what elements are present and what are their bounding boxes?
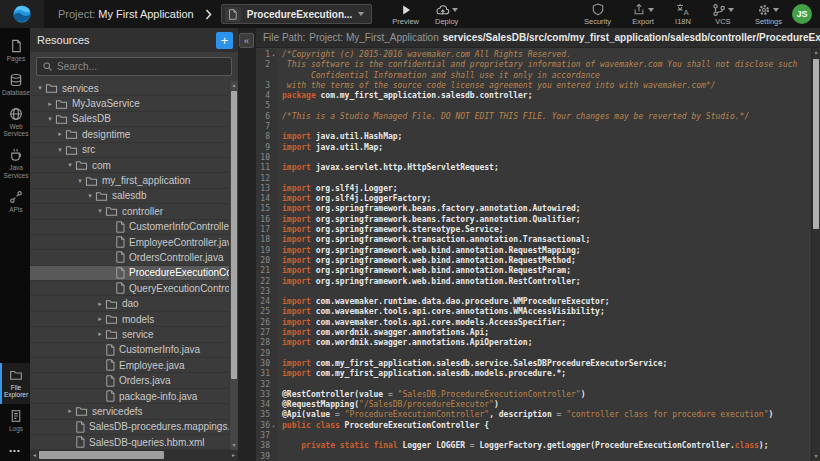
code-line-35[interactable]: 35@Api(value = "ProcedureExecutionContro… bbox=[256, 410, 811, 420]
tree-item-services[interactable]: ▾services bbox=[30, 81, 238, 96]
tree-chevron-icon[interactable]: ▾ bbox=[55, 146, 65, 154]
open-file-dropdown[interactable]: ProcedureExecution... bbox=[221, 4, 373, 24]
preview-button[interactable]: Preview bbox=[388, 2, 423, 26]
code-line-37[interactable]: 37 bbox=[256, 431, 811, 441]
code-line-22[interactable]: 22import org.springframework.web.bind.an… bbox=[256, 277, 811, 287]
code-line-32[interactable]: 32 bbox=[256, 380, 811, 390]
tree-item-controller[interactable]: ▾controller bbox=[30, 204, 238, 219]
i18n-button[interactable]: AI18N bbox=[671, 2, 695, 26]
tree-item-myjavaservice[interactable]: ▸MyJavaService bbox=[30, 96, 238, 111]
tree-chevron-icon[interactable]: ▾ bbox=[95, 207, 105, 215]
code-line-7[interactable]: 7 bbox=[256, 122, 811, 132]
fold-arrow-icon[interactable]: ▾ bbox=[270, 50, 277, 60]
tree-chevron-icon[interactable]: ▸ bbox=[95, 330, 105, 338]
tree-item-models[interactable]: ▸models bbox=[30, 312, 238, 327]
code-line-24[interactable]: 24import com.wavemaker.runtime.data.dao.… bbox=[256, 297, 811, 307]
code-line-29[interactable]: 29 bbox=[256, 349, 811, 359]
code-line-34[interactable]: 34@RequestMapping("/SalesDB/procedureExe… bbox=[256, 400, 811, 410]
scroll-up-icon[interactable]: ▴ bbox=[812, 48, 820, 57]
tree-item-customerinfocontroller-java[interactable]: CustomerInfoController.java bbox=[30, 220, 238, 235]
code-line-5[interactable]: 5 bbox=[256, 101, 811, 111]
tree-item-procedureexecutioncontroller-java[interactable]: ProcedureExecutionController.java bbox=[30, 266, 238, 281]
tree-item-salesdb-procedures-mappings-json[interactable]: SalesDB-procedures.mappings.json bbox=[30, 420, 238, 435]
settings-button[interactable]: Settings bbox=[751, 2, 786, 26]
code-line-27[interactable]: 27import com.wordnik.swagger.annotations… bbox=[256, 328, 811, 338]
tree-item-package-info-java[interactable]: package-info.java bbox=[30, 389, 238, 404]
code-line-33[interactable]: 33@RestController(value = "SalesDB.Proce… bbox=[256, 390, 811, 400]
tree-chevron-icon[interactable]: ▾ bbox=[85, 192, 95, 200]
code-line-15[interactable]: 15import org.springframework.beans.facto… bbox=[256, 204, 811, 214]
tree-chevron-icon[interactable]: ▾ bbox=[75, 177, 85, 185]
rail-item-logs[interactable]: Logs bbox=[0, 404, 30, 438]
tree-item-queryexecutioncontroller-java[interactable]: QueryExecutionController.java bbox=[30, 281, 238, 296]
scroll-up-icon[interactable]: ▴ bbox=[230, 81, 238, 90]
scroll-right-icon[interactable]: ▸ bbox=[229, 450, 238, 461]
wavemaker-logo[interactable] bbox=[0, 0, 44, 28]
security-button[interactable]: Security bbox=[580, 2, 615, 26]
tree-item-servicedefs[interactable]: ▸servicedefs bbox=[30, 404, 238, 419]
tree-item-salesdb-queries-hbm-xml[interactable]: SalesDB-queries.hbm.xml bbox=[30, 435, 238, 450]
code-line-10[interactable]: 10 bbox=[256, 153, 811, 163]
code-line-30[interactable]: 30import com.my_first_application.salesd… bbox=[256, 359, 811, 369]
rail-item-file-explorer[interactable]: File Explorer bbox=[0, 363, 30, 405]
code-line-19[interactable]: 19import org.springframework.web.bind.an… bbox=[256, 246, 811, 256]
tree-item-my-first-application[interactable]: ▾my_first_application bbox=[30, 173, 238, 188]
rail-item-apis[interactable]: APIs bbox=[0, 185, 30, 219]
tree-chevron-icon[interactable]: ▾ bbox=[65, 161, 75, 169]
code-line-14[interactable]: 14import org.slf4j.LoggerFactory; bbox=[256, 194, 811, 204]
scroll-down-icon[interactable]: ▾ bbox=[230, 441, 238, 450]
vertical-scroll-thumb[interactable] bbox=[813, 59, 819, 229]
user-avatar[interactable]: JS bbox=[792, 4, 812, 24]
tree-chevron-icon[interactable]: ▾ bbox=[35, 84, 45, 92]
tree-item-salesdb[interactable]: ▾SalesDB bbox=[30, 112, 238, 127]
export-button[interactable]: Export bbox=[628, 2, 658, 26]
tree-item-service[interactable]: ▸service bbox=[30, 327, 238, 342]
tree-chevron-icon[interactable]: ▸ bbox=[95, 315, 105, 323]
code-line-12[interactable]: 12 bbox=[256, 174, 811, 184]
tree-item-src[interactable]: ▾src bbox=[30, 143, 238, 158]
tree-item-salesdb[interactable]: ▾salesdb bbox=[30, 189, 238, 204]
code-line-28[interactable]: 28import com.wordnik.swagger.annotations… bbox=[256, 338, 811, 348]
code-line-17[interactable]: 17import org.springframework.stereotype.… bbox=[256, 225, 811, 235]
horizontal-scroll-thumb[interactable] bbox=[39, 451, 164, 459]
code-line-25[interactable]: 25import com.wavemaker.tools.api.core.an… bbox=[256, 307, 811, 317]
rail-item-java-services[interactable]: Java Services bbox=[0, 143, 30, 185]
tree-chevron-icon[interactable]: ▸ bbox=[95, 300, 105, 308]
code-line-36[interactable]: 36▾public class ProcedureExecutionContro… bbox=[256, 421, 811, 431]
code-line-38[interactable]: 38 private static final Logger LOGGER = … bbox=[256, 441, 811, 451]
tree-item-orderscontroller-java[interactable]: OrdersController.java bbox=[30, 250, 238, 265]
tree-item-employee-java[interactable]: Employee.java bbox=[30, 358, 238, 373]
rail-item-web-services[interactable]: Web Services bbox=[0, 102, 30, 144]
tree-item-orders-java[interactable]: Orders.java bbox=[30, 373, 238, 388]
code-line-3[interactable]: 3 with the terms of the source code lice… bbox=[256, 81, 811, 91]
add-resource-button[interactable]: + bbox=[216, 32, 233, 49]
code-line-20[interactable]: 20import org.springframework.web.bind.an… bbox=[256, 256, 811, 266]
code-line-9[interactable]: 9import java.util.Map; bbox=[256, 143, 811, 153]
code-line-1[interactable]: 1▾/*Copyright (c) 2015-2016 wavemaker.co… bbox=[256, 50, 811, 60]
code-line-8[interactable]: 8import java.util.HashMap; bbox=[256, 132, 811, 142]
deploy-button[interactable]: Deploy bbox=[431, 2, 462, 26]
code-line-39[interactable]: 39 bbox=[256, 452, 811, 461]
tree-item-designtime[interactable]: ▸designtime bbox=[30, 127, 238, 142]
tree-item-customerinfo-java[interactable]: CustomerInfo.java bbox=[30, 343, 238, 358]
code-line-13[interactable]: 13import org.slf4j.Logger; bbox=[256, 184, 811, 194]
code-line-16[interactable]: 16import org.springframework.beans.facto… bbox=[256, 215, 811, 225]
vertical-scroll-thumb[interactable] bbox=[231, 91, 237, 379]
code-line-6[interactable]: 6/*This is a Studio Managed File. DO NOT… bbox=[256, 112, 811, 122]
code-line-26[interactable]: 26import com.wavemaker.tools.api.core.mo… bbox=[256, 318, 811, 328]
scroll-left-icon[interactable]: ◂ bbox=[30, 450, 39, 461]
rail-item-databases[interactable]: Databases bbox=[0, 68, 30, 102]
code-line-wrap[interactable]: Confidential Information and shall use i… bbox=[256, 71, 811, 81]
tree-chevron-icon[interactable]: ▸ bbox=[55, 130, 65, 138]
tree-chevron-icon[interactable]: ▸ bbox=[65, 407, 75, 415]
code-line-31[interactable]: 31import com.my_first_application.salesd… bbox=[256, 369, 811, 379]
code-line-11[interactable]: 11import javax.servlet.http.HttpServletR… bbox=[256, 163, 811, 173]
tree-item-employeecontroller-java[interactable]: EmployeeController.java bbox=[30, 235, 238, 250]
scroll-down-icon[interactable]: ▾ bbox=[812, 452, 820, 461]
rail-more-button[interactable]: ••• bbox=[0, 438, 30, 461]
code-line-18[interactable]: 18import org.springframework.transaction… bbox=[256, 235, 811, 245]
tree-item-com[interactable]: ▾com bbox=[30, 158, 238, 173]
code-line-23[interactable]: 23 bbox=[256, 287, 811, 297]
tree-chevron-icon[interactable]: ▾ bbox=[45, 115, 55, 123]
vcs-button[interactable]: VCS bbox=[708, 2, 738, 26]
